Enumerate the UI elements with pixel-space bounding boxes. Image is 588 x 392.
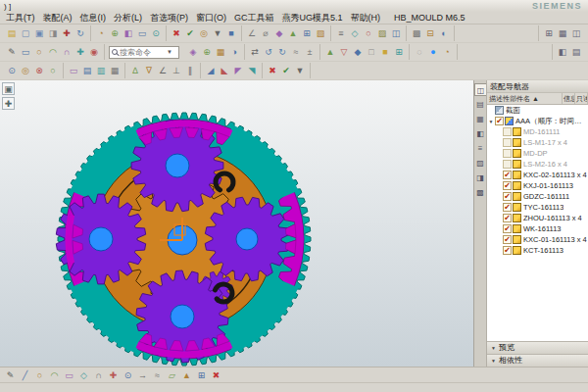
toolbar-icon[interactable]: ▭ [135, 26, 149, 41]
toolbar-icon[interactable]: ▤ [569, 45, 583, 60]
component-checkbox[interactable]: ✔ [503, 149, 512, 158]
toolbar-icon[interactable]: ≈ [289, 45, 303, 60]
toolbar-icon[interactable]: ◠ [46, 45, 60, 60]
menu-信息(I)[interactable]: 信息(I) [76, 12, 111, 24]
graphics-viewport[interactable]: ▣✚ [0, 80, 473, 367]
view-tool-icon[interactable]: ▣ [2, 82, 15, 95]
toolbar-icon[interactable]: ✔ [183, 26, 197, 41]
sketch-tool-icon[interactable]: ╱ [18, 368, 32, 382]
toolbar-icon[interactable]: ◫ [389, 26, 403, 41]
toolbar-icon[interactable]: □ [365, 45, 378, 60]
menu-首选项(P)[interactable]: 首选项(P) [146, 12, 192, 24]
component-checkbox[interactable]: ✔ [503, 235, 512, 244]
toolbar-icon[interactable]: ▽ [337, 45, 351, 60]
toolbar-icon[interactable]: ▦ [108, 64, 122, 78]
sketch-tool-icon[interactable]: → [135, 368, 150, 382]
toolbar-icon[interactable]: ∩ [60, 45, 74, 60]
toolbar-icon[interactable]: ✖ [170, 26, 183, 41]
column-name[interactable]: 描述性部件名 ▲ [487, 93, 563, 104]
toolbar-icon[interactable]: ▭ [19, 45, 32, 60]
menu-工具(T)[interactable]: 工具(T) [2, 12, 39, 24]
planet-hub-bottom[interactable] [171, 305, 194, 328]
toolbar-icon[interactable]: ◆ [272, 26, 286, 41]
toolbar-icon[interactable]: ✔ [279, 64, 293, 78]
menu-GC工具箱[interactable]: GC工具箱 [230, 12, 278, 24]
section-相依性[interactable]: ▼相依性 [487, 354, 588, 367]
assembly-tree-row[interactable]: ✔MD-DP [487, 148, 588, 159]
sketch-tool-icon[interactable]: ○ [32, 368, 47, 382]
toolbar-icon[interactable]: ▼ [293, 64, 307, 78]
toolbar-icon[interactable]: ◨ [46, 26, 60, 41]
resource-tab-icon[interactable]: ◨ [474, 172, 486, 184]
toolbar-icon[interactable]: ∥ [183, 64, 197, 78]
toolbar-icon[interactable]: ◉ [87, 45, 101, 60]
column-readonly[interactable]: 只读 [575, 93, 588, 104]
sketch-tool-icon[interactable]: ▲ [179, 368, 194, 382]
resource-tab-icon[interactable]: ▦ [474, 113, 486, 125]
assembly-tree-row[interactable]: ✔KXC-01-161113 x 4 [487, 234, 588, 245]
toolbar-icon[interactable]: ◆ [351, 45, 365, 60]
toolbar-icon[interactable]: ◌ [413, 45, 426, 60]
toolbar-icon[interactable]: ∠ [245, 26, 259, 41]
toolbar-icon[interactable]: ◎ [197, 26, 211, 41]
sketch-tool-icon[interactable]: ∩ [91, 368, 106, 382]
sketch-tool-icon[interactable]: ⊙ [121, 368, 135, 382]
toolbar-icon[interactable]: ↻ [74, 26, 87, 41]
assembly-tree-row[interactable]: ✔LS-M1-17 x 4 [487, 137, 588, 148]
sketch-tool-icon[interactable]: ✚ [106, 368, 121, 382]
menu-HB_MOULD M6.5[interactable]: HB_MOULD M6.5 [390, 13, 469, 23]
toolbar-icon[interactable]: ▥ [94, 64, 108, 78]
toolbar-icon[interactable]: ✖ [266, 64, 279, 78]
toolbar-icon[interactable]: ◇ [348, 26, 362, 41]
assembly-tree-row[interactable]: ✔WK-161113 [487, 223, 588, 234]
toolbar-icon[interactable]: ⊞ [300, 26, 314, 41]
toolbar-icon[interactable]: ◑ [227, 45, 241, 60]
assembly-tree-row[interactable]: ✔KCT-161113 [487, 245, 588, 256]
toolbar-icon[interactable]: ◧ [122, 26, 135, 41]
resource-tab-icon[interactable]: ≡ [474, 142, 486, 155]
toolbar-icon[interactable]: ▤ [5, 26, 19, 41]
component-checkbox[interactable]: ✔ [503, 181, 512, 190]
component-checkbox[interactable]: ✔ [503, 224, 512, 233]
assembly-tree-row[interactable]: ✔LS-M2-16 x 4 [487, 159, 588, 170]
toolbar-icon[interactable]: ◈ [186, 45, 200, 60]
toolbar-icon[interactable]: ▩ [410, 26, 423, 41]
toolbar-icon[interactable]: ∇ [142, 64, 156, 78]
toolbar-icon[interactable]: ▼ [211, 26, 224, 41]
toolbar-icon[interactable]: ⊕ [108, 26, 122, 41]
toolbar-icon[interactable]: ○ [362, 26, 375, 41]
resource-tab-icon[interactable]: ◫ [474, 83, 486, 96]
toolbar-icon[interactable]: ■ [378, 45, 392, 60]
component-checkbox[interactable]: ✔ [495, 117, 504, 125]
component-checkbox[interactable]: ✔ [503, 127, 512, 136]
toolbar-icon[interactable]: ◎ [19, 64, 32, 78]
sketch-tool-icon[interactable]: ▭ [62, 368, 76, 382]
planet-hub-left[interactable] [89, 227, 113, 251]
toolbar-icon[interactable]: ⊙ [149, 26, 163, 41]
search-input[interactable] [120, 48, 165, 57]
sketch-tool-icon[interactable]: ✖ [209, 368, 223, 382]
assembly-tree-row[interactable]: ✔GDZC-161111 [487, 191, 588, 202]
sketch-tool-icon[interactable]: ⊞ [194, 368, 209, 382]
toolbar-icon[interactable]: ◢ [204, 64, 218, 78]
toolbar-icon[interactable]: ± [303, 45, 317, 60]
assembly-tree-row[interactable]: ✔MD-161111 [487, 126, 588, 137]
gear-assembly-model[interactable] [0, 80, 473, 367]
toolbar-icon[interactable]: ✚ [74, 45, 87, 60]
toolbar-icon[interactable]: ◔ [94, 26, 108, 41]
sketch-tool-icon[interactable]: ✎ [3, 368, 18, 382]
resource-tab-icon[interactable]: ▨ [474, 157, 486, 170]
toolbar-icon[interactable]: ↺ [262, 45, 275, 60]
toolbar-icon[interactable]: ▤ [80, 64, 94, 78]
planet-hub-right[interactable] [236, 228, 258, 250]
section-预览[interactable]: ▼预览 [487, 341, 588, 354]
menu-装配(A)[interactable]: 装配(A) [39, 12, 76, 24]
toolbar-icon[interactable]: ◐ [437, 26, 451, 41]
expand-icon[interactable]: ▼ [487, 119, 495, 124]
assembly-tree-row[interactable]: ✔TYC-161113 [487, 202, 588, 213]
toolbar-icon[interactable]: ▲ [323, 45, 337, 60]
toolbar-icon[interactable]: ⇄ [248, 45, 262, 60]
assembly-tree-row[interactable]: ✔KXJ-01-161113 [487, 180, 588, 191]
toolbar-icon[interactable]: ⌀ [259, 26, 272, 41]
assembly-tree-row[interactable]: ▼✔AAA（顺序：时间顺序） [487, 116, 588, 126]
